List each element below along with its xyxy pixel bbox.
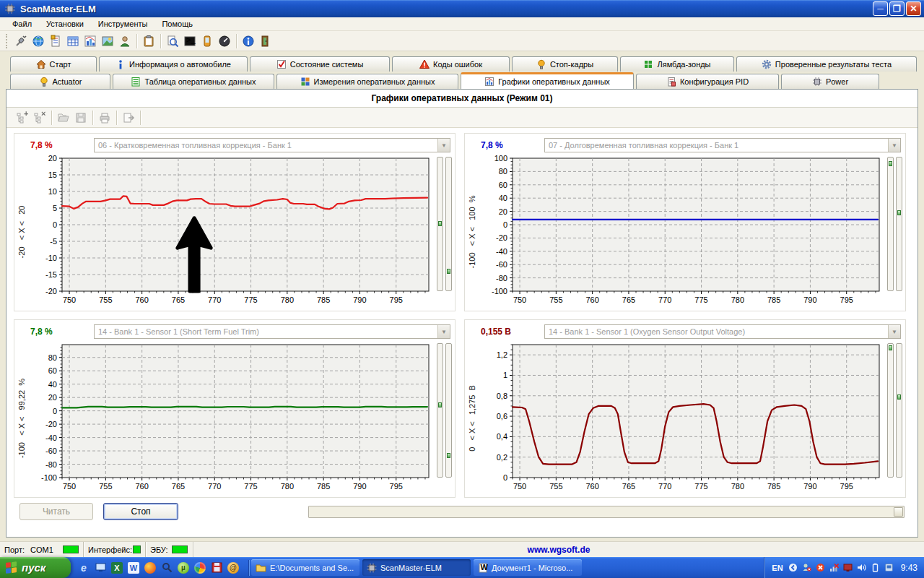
print-icon[interactable] [96,109,113,126]
exit-icon[interactable] [257,33,274,50]
task-scanmaster[interactable]: ScanMaster-ELM [362,559,471,576]
scale-slider[interactable] [437,157,443,291]
tab-vehicle-info[interactable]: Информация о автомобиле [99,56,248,72]
tab-error-codes[interactable]: Коды ошибок [392,56,510,72]
svg-text:760: 760 [585,482,598,491]
word-icon[interactable]: W [128,562,139,574]
restore-button[interactable]: ❐ [889,1,905,16]
export-icon[interactable] [120,109,137,126]
close-button[interactable]: ✕ [906,1,921,16]
scale-slider[interactable] [445,157,452,291]
bulb-icon [536,59,546,69]
tab-actuator[interactable]: Actuator [10,74,110,89]
chevron-down-icon: ▼ [437,325,450,338]
network-icon[interactable] [829,563,840,573]
lambda-icon [643,59,653,69]
show-desktop-icon[interactable] [95,562,106,574]
browser-icon[interactable] [30,33,47,50]
control-footer: Читать Стоп [6,499,918,528]
desktop: ScanMaster-ELM ─ ❐ ✕ Файл Установки Инст… [0,0,924,578]
messenger-icon[interactable] [802,563,812,573]
task-word-document[interactable]: W Документ1 - Microso... [474,559,582,576]
terminal-icon[interactable]: >_ [181,33,199,50]
search-icon[interactable] [164,33,181,50]
tab-freeze-frames[interactable]: Стоп-кадры [512,56,618,72]
cells-icon[interactable] [64,33,82,50]
chevron-down-icon: ▼ [888,139,900,152]
line-chart-sensor-trim: 750755760765770775780785790795806040200-… [27,340,435,493]
pid-select[interactable]: 07 - Долговременная топливная коррекция … [544,138,901,152]
website-link[interactable]: www.wgsoft.de [528,545,590,555]
gauge-icon[interactable] [216,33,233,50]
progress-thumb[interactable] [894,507,903,517]
toolbar-grip [6,34,9,48]
tab-test-results[interactable]: Проверенные результаты теста [736,56,917,72]
menu-settings[interactable]: Установки [40,18,90,30]
volume-icon[interactable] [857,563,867,573]
chart-panel-o2-voltage: 0,155 В 14 - Bank 1 - Sensor 1 (Oxygen S… [464,319,906,498]
tab-system-status[interactable]: Состояние системы [250,56,390,72]
menu-help[interactable]: Помощь [155,18,199,30]
svg-text:755: 755 [549,482,562,491]
tab-lambda-probes[interactable]: Лямбда-зонды [620,56,734,72]
ecu-led [172,545,188,553]
user-icon[interactable] [116,33,134,50]
add-series-icon[interactable]: + [14,109,31,126]
error-icon[interactable] [816,563,826,573]
display-icon[interactable] [843,563,853,573]
svg-text:10: 10 [48,187,57,196]
excel-icon[interactable]: X [111,562,123,574]
scale-slider[interactable] [437,343,443,478]
scale-slider[interactable] [896,343,902,478]
image-icon[interactable] [99,33,116,50]
scale-slider[interactable] [896,157,902,291]
ie-icon[interactable]: e [78,562,90,574]
open-icon[interactable] [55,109,72,126]
search-tool-icon[interactable] [161,562,173,574]
tab-live-data-measure[interactable]: Измерения оперативных данных [276,74,458,89]
svg-text:775: 775 [244,482,257,491]
collapse-tray-icon[interactable] [788,563,798,573]
svg-text:0,8: 0,8 [497,392,507,400]
scale-slider[interactable] [887,343,894,478]
progress-bar[interactable] [308,506,905,518]
read-button[interactable]: Читать [19,503,93,520]
chart-icon [484,77,494,87]
task-explorer[interactable]: E:\Documents and Se... [251,559,359,576]
start-button[interactable]: пуск [0,557,71,578]
tab-live-data-table[interactable]: Таблица оперативных данных [113,74,274,89]
updates-icon[interactable] [884,563,894,573]
save-icon[interactable] [72,109,90,126]
scale-slider[interactable] [445,343,452,478]
pid-select[interactable]: 06 - Кратковременная топливная коррекция… [94,138,450,152]
remove-series-icon[interactable]: × [31,109,48,126]
info-icon[interactable] [240,33,257,50]
pid-select[interactable]: 14 - Bank 1 - Sensor 1 (Short Term Fuel … [94,324,450,339]
menu-file[interactable]: Файл [6,18,38,30]
device-icon[interactable] [199,33,216,50]
save-tool-icon[interactable] [211,562,222,574]
chrome-icon[interactable] [194,562,206,574]
tab-pid-config[interactable]: Конфигурация PID [636,74,779,89]
menu-tools[interactable]: Инструменты [92,18,154,30]
tab-start[interactable]: Старт [10,56,97,72]
firefox-icon[interactable] [144,562,156,574]
svg-text:-15: -15 [45,270,57,279]
tab-power[interactable]: Power [781,74,879,89]
chart-icon[interactable] [82,33,99,50]
scale-slider[interactable] [887,157,894,291]
utorrent-icon[interactable]: µ [178,562,189,574]
battery-icon[interactable] [871,563,881,573]
language-indicator[interactable]: EN [772,564,783,572]
clock[interactable]: 9:43 [901,563,918,573]
mail-icon[interactable]: @ [227,562,239,574]
tab-live-data-graphs[interactable]: Графики оперативных данных [461,72,634,89]
page-title: Графики оперативных данных (Режим 01) [6,90,918,108]
report-icon[interactable] [47,33,64,50]
pid-select[interactable]: 14 - Bank 1 - Sensor 1 (Oxygen Sensor Ou… [544,324,901,339]
svg-text:0: 0 [53,407,57,415]
stop-button[interactable]: Стоп [103,503,178,520]
minimize-button[interactable]: ─ [873,1,888,16]
connect-icon[interactable] [12,33,30,50]
clipboard-icon[interactable] [140,33,157,50]
